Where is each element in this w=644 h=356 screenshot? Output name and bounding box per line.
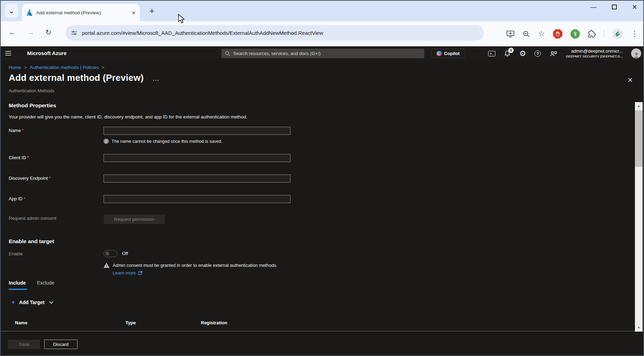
column-header-name: Name [15, 320, 126, 325]
azure-brand[interactable]: Microsoft Azure [27, 50, 67, 56]
scroll-down-button[interactable]: ▼ [635, 324, 643, 332]
info-icon: i [104, 139, 109, 144]
app-id-field-label: App ID* [9, 195, 104, 203]
vertical-scrollbar[interactable]: ▲ ▼ [635, 102, 643, 332]
required-marker: * [22, 128, 24, 133]
plus-icon: + [11, 299, 15, 306]
breadcrumb-separator: > [102, 65, 105, 70]
required-marker: * [49, 176, 51, 181]
account-tenant: DEEPNET SECURITY (DEEPNET.O... [566, 54, 623, 59]
app-id-input[interactable] [104, 195, 290, 203]
breadcrumb-home-link[interactable]: Home [9, 65, 21, 70]
more-commands-button[interactable]: ... [153, 76, 159, 82]
zoom-out-icon[interactable] [523, 30, 530, 38]
toggle-state-text: Off [122, 250, 128, 257]
discovery-endpoint-field-label: Discovery Endpoint* [9, 175, 104, 183]
page-title: Add external method (Preview) [9, 72, 144, 83]
feedback-icon[interactable] [549, 50, 558, 57]
breadcrumb-separator: > [24, 65, 27, 70]
password-manager-extension-icon[interactable] [570, 29, 580, 39]
name-note: The name cannot be changed once this met… [112, 139, 222, 144]
request-admin-consent-label: Request admin consent [9, 215, 104, 224]
settings-gear-icon[interactable]: ⚙ [519, 50, 526, 57]
toolbar-divider [604, 30, 604, 38]
portal-menu-icon[interactable] [5, 51, 12, 57]
include-exclude-tabs: Include Exclude [9, 280, 54, 289]
site-settings-icon[interactable] [71, 30, 77, 36]
browser-tab[interactable]: Add external method (Preview) × [22, 4, 140, 21]
tab-close-icon[interactable]: × [132, 9, 136, 16]
admin-consent-warning: Admin consent must be granted in order t… [113, 263, 277, 268]
target-table-header: Name Type Registration [9, 320, 227, 325]
page-subtitle: Authentication Methods [9, 88, 54, 93]
client-id-field-label: Client ID* [9, 154, 104, 162]
column-header-type: Type [126, 320, 201, 325]
global-search-input[interactable]: Search resources, services, and docs (G+… [221, 49, 424, 58]
tab-search-button[interactable]: ⌄ [5, 4, 18, 18]
url-text[interactable]: portal.azure.com/#view/Microsoft_AAD_Aut… [82, 30, 323, 36]
name-field-label: Name* [9, 127, 104, 135]
user-avatar[interactable] [631, 48, 641, 59]
window-maximize-button[interactable] [612, 5, 617, 9]
install-app-icon[interactable] [506, 30, 515, 38]
bookmark-star-icon[interactable]: ☆ [538, 30, 545, 38]
new-tab-button[interactable]: + [149, 6, 154, 16]
required-marker: * [24, 196, 25, 201]
chevron-down-icon [49, 301, 54, 304]
method-properties-heading: Method Properties [9, 102, 56, 109]
tab-title: Add external method (Preview) [36, 10, 130, 15]
copilot-button[interactable]: Copilot [431, 49, 465, 58]
tab-include[interactable]: Include [9, 280, 26, 289]
browser-toolbar: ← → ↻ portal.azure.com/#view/Microsoft_A… [0, 21, 644, 46]
external-link-icon [138, 271, 143, 275]
notifications-bell-icon[interactable]: 6 [504, 50, 511, 57]
method-properties-description: Your provider will give you the name, cl… [9, 114, 247, 119]
azure-favicon [26, 9, 33, 16]
request-permission-button[interactable]: Request permission [104, 215, 165, 224]
enable-label: Enable [9, 250, 104, 257]
add-target-button[interactable]: + Add Target [11, 299, 54, 306]
azure-top-bar: Microsoft Azure Search resources, servic… [0, 46, 644, 61]
enable-toggle[interactable] [104, 250, 118, 257]
forward-button[interactable]: → [26, 28, 35, 37]
column-header-registration: Registration [201, 320, 227, 325]
mouse-cursor [178, 14, 186, 25]
browser-profile-avatar[interactable] [612, 29, 623, 39]
name-input[interactable] [104, 127, 290, 135]
toggle-knob [105, 251, 109, 256]
copilot-icon [437, 51, 442, 56]
adblock-extension-icon[interactable] [553, 29, 562, 39]
search-icon [225, 51, 230, 56]
required-marker: * [27, 155, 29, 160]
window-minimize-button[interactable]: — [590, 3, 597, 11]
close-panel-icon[interactable]: × [628, 75, 633, 84]
back-button[interactable]: ← [8, 28, 16, 37]
window-close-button[interactable]: × [632, 3, 637, 11]
chevron-down-icon: ⌄ [9, 7, 15, 15]
discard-button[interactable]: Discard [44, 340, 77, 349]
reload-button[interactable]: ↻ [45, 28, 52, 37]
breadcrumb-auth-methods-link[interactable]: Authentication methods | Policies [30, 65, 99, 70]
account-info[interactable]: admin@deepnet.onmicr... DEEPNET SECURITY… [566, 48, 623, 58]
discovery-endpoint-input[interactable] [104, 175, 290, 183]
account-email: admin@deepnet.onmicr... [566, 48, 623, 54]
browser-menu-icon[interactable]: ⋮ [631, 30, 638, 38]
notification-count-badge: 6 [508, 48, 514, 53]
breadcrumb: Home > Authentication methods | Policies… [9, 65, 104, 70]
enable-and-target-heading: Enable and target [9, 238, 54, 245]
browser-tab-strip: ⌄ Add external method (Preview) × + — × [0, 0, 644, 21]
help-icon[interactable]: ? [535, 51, 541, 57]
extensions-puzzle-icon[interactable] [588, 30, 596, 38]
tab-exclude[interactable]: Exclude [37, 280, 54, 289]
scroll-up-button[interactable]: ▲ [635, 102, 643, 110]
add-external-method-panel: Home > Authentication methods | Policies… [1, 61, 643, 355]
search-placeholder: Search resources, services, and docs (G+… [233, 51, 320, 56]
cloud-shell-icon[interactable]: >_ [488, 51, 495, 56]
warning-icon: ! [104, 263, 109, 268]
address-bar[interactable]: portal.azure.com/#view/Microsoft_AAD_Aut… [66, 25, 484, 41]
save-button[interactable]: Save [8, 340, 40, 349]
scrollbar-thumb[interactable] [635, 110, 643, 167]
client-id-input[interactable] [104, 154, 290, 162]
learn-more-link[interactable]: Learn more [113, 270, 136, 276]
footer-command-bar: Save Discard [1, 331, 643, 355]
